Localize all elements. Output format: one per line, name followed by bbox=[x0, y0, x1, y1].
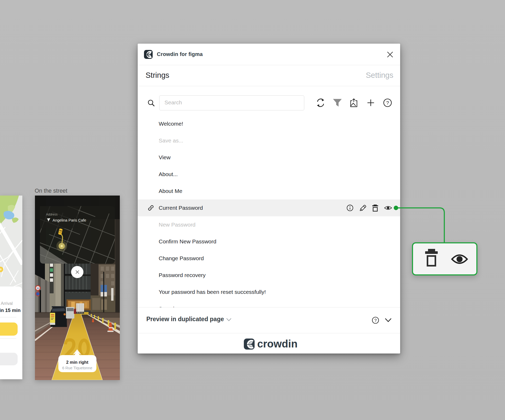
svg-text:Address: Address bbox=[46, 213, 58, 216]
svg-text:Angelina Paris Cafe: Angelina Paris Cafe bbox=[53, 218, 86, 222]
svg-text:?: ? bbox=[386, 100, 389, 106]
svg-text:30: 30 bbox=[37, 287, 39, 290]
svg-text:Arrival: Arrival bbox=[1, 301, 13, 306]
svg-text:6 Rue Tiquetonne: 6 Rue Tiquetonne bbox=[62, 366, 92, 370]
svg-text:2 min right: 2 min right bbox=[66, 360, 89, 365]
svg-text:?: ? bbox=[374, 318, 377, 323]
svg-text:in 15 min: in 15 min bbox=[0, 308, 20, 313]
